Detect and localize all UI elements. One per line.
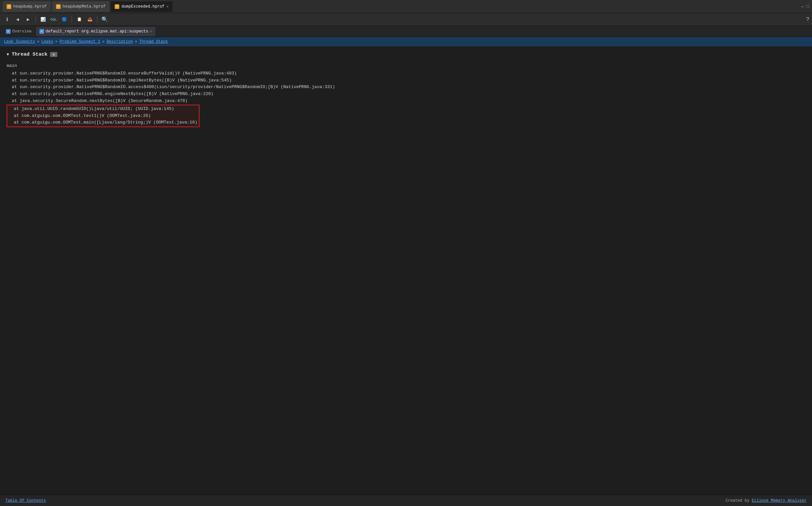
- tab-icon-3: h: [115, 4, 119, 9]
- eclipse-memory-analyzer-link[interactable]: Eclipse Memory Analyzer: [752, 498, 807, 503]
- separator-3: [97, 16, 97, 23]
- thread-button[interactable]: 🔵: [60, 15, 69, 24]
- separator-1: [35, 16, 36, 23]
- tab-label-1: heapdump.hprof: [13, 4, 47, 9]
- stack-line-h1: at java.util.UUID.randomUUID()Ljava/util…: [9, 106, 198, 112]
- stack-main-thread: main: [7, 63, 805, 70]
- stack-line-3: at sun.security.provider.NativePRNG$Rand…: [7, 84, 805, 91]
- info-button[interactable]: ℹ: [3, 15, 11, 24]
- stack-trace: main at sun.security.provider.NativePRNG…: [7, 63, 805, 127]
- nav-forward-button[interactable]: ▶: [24, 15, 32, 24]
- thread-stack-icon: ▤: [50, 52, 57, 57]
- stack-line-2: at sun.security.provider.NativePRNG$Rand…: [7, 77, 805, 84]
- close-icon-tab3[interactable]: ✕: [166, 4, 169, 9]
- breadcrumb-sep-1: »: [37, 39, 40, 44]
- stack-line-5: at java.security.SecureRandom.nextBytes(…: [7, 98, 805, 105]
- report-icon: 📋: [77, 17, 82, 22]
- footer: Table Of Contents Created by Eclipse Mem…: [0, 495, 812, 506]
- breadcrumb-sep-3: »: [102, 39, 104, 44]
- footer-credit: Created by Eclipse Memory Analyzer: [726, 498, 807, 503]
- tab-dumpexceeded[interactable]: h dumpExceeded.hprof ✕: [111, 1, 172, 12]
- section-header: ▼ Thread Stack ▤: [7, 52, 805, 57]
- search-icon: 🔍: [101, 16, 108, 23]
- tab-overview[interactable]: O Overview: [3, 27, 35, 36]
- breadcrumb-description[interactable]: Description: [107, 39, 133, 44]
- oql-icon: OQL: [50, 17, 57, 21]
- tab-default-report[interactable]: R default_report org.eclipse.mat.api:sus…: [36, 27, 155, 36]
- breadcrumb-sep-2: »: [55, 39, 58, 44]
- close-icon-sec-tab2[interactable]: ✕: [150, 29, 152, 33]
- tab-report-label: default_report org.eclipse.mat.api:suspe…: [46, 29, 148, 34]
- stack-line-1: at sun.security.provider.NativePRNG$Rand…: [7, 70, 805, 77]
- collapse-icon[interactable]: ▼: [7, 52, 9, 57]
- help-button[interactable]: ?: [806, 16, 809, 22]
- maximize-button[interactable]: □: [807, 4, 809, 9]
- tab-icon-1: h: [7, 4, 11, 9]
- title-bar: h heapdump.hprof h heapdumpMeta.hprof h …: [0, 0, 812, 13]
- thread-icon: 🔵: [62, 17, 67, 22]
- info-icon: ℹ: [6, 16, 8, 22]
- created-by-label: Created by: [726, 498, 749, 503]
- stack-line-h2: at com.atguigu.oom.OOMTest.test1()V (OOM…: [9, 112, 198, 119]
- export-button[interactable]: 📤: [85, 15, 94, 24]
- back-icon: ◀: [16, 16, 19, 22]
- stack-highlighted-block: at java.util.UUID.randomUUID()Ljava/util…: [7, 105, 200, 127]
- secondary-tab-bar: O Overview R default_report org.eclipse.…: [0, 26, 812, 37]
- breadcrumb-bar: Leak Suspects » Leaks » Problem Suspect …: [0, 37, 812, 47]
- toolbar: ℹ ◀ ▶ 📊 OQL 🔵 📋 📤 🔍 ?: [0, 13, 812, 26]
- tab-heapdump[interactable]: h heapdump.hprof: [3, 1, 51, 12]
- breadcrumb-thread-stack[interactable]: Thread Stack: [139, 39, 168, 44]
- stack-line-h3: at com.atguigu.oom.OOMTest.main([Ljava/l…: [9, 119, 198, 126]
- overview-icon: O: [6, 29, 11, 34]
- heap-icon: 📊: [41, 17, 46, 22]
- breadcrumb-sep-4: »: [135, 39, 137, 44]
- minimize-button[interactable]: —: [801, 4, 804, 9]
- heap-stats-button[interactable]: 📊: [39, 15, 48, 24]
- tab-icon-2: h: [56, 4, 61, 9]
- search-button[interactable]: 🔍: [100, 15, 109, 24]
- table-of-contents-link[interactable]: Table Of Contents: [5, 498, 46, 503]
- section-title: Thread Stack: [12, 52, 48, 57]
- stack-line-4: at sun.security.provider.NativePRNG.engi…: [7, 91, 805, 98]
- window-controls: — □: [801, 4, 809, 9]
- tab-label-3: dumpExceeded.hprof: [121, 4, 164, 9]
- breadcrumb-leaks[interactable]: Leaks: [42, 39, 53, 44]
- tab-heapdumpmeta[interactable]: h heapdumpMeta.hprof: [52, 1, 110, 12]
- help-icon: ?: [806, 16, 809, 22]
- oql-button[interactable]: OQL: [49, 15, 58, 24]
- forward-icon: ▶: [27, 16, 29, 22]
- tab-overview-label: Overview: [12, 29, 31, 34]
- report-tab-icon: R: [40, 29, 44, 34]
- main-content: ▼ Thread Stack ▤ main at sun.security.pr…: [0, 47, 812, 495]
- nav-back-button[interactable]: ◀: [13, 15, 22, 24]
- separator-2: [72, 16, 72, 23]
- export-icon: 📤: [87, 17, 92, 22]
- report-button[interactable]: 📋: [75, 15, 83, 24]
- breadcrumb-problem-suspect[interactable]: Problem Suspect 1: [60, 39, 100, 44]
- breadcrumb-leak-suspects[interactable]: Leak Suspects: [4, 39, 35, 44]
- tab-label-2: heapdumpMeta.hprof: [63, 4, 106, 9]
